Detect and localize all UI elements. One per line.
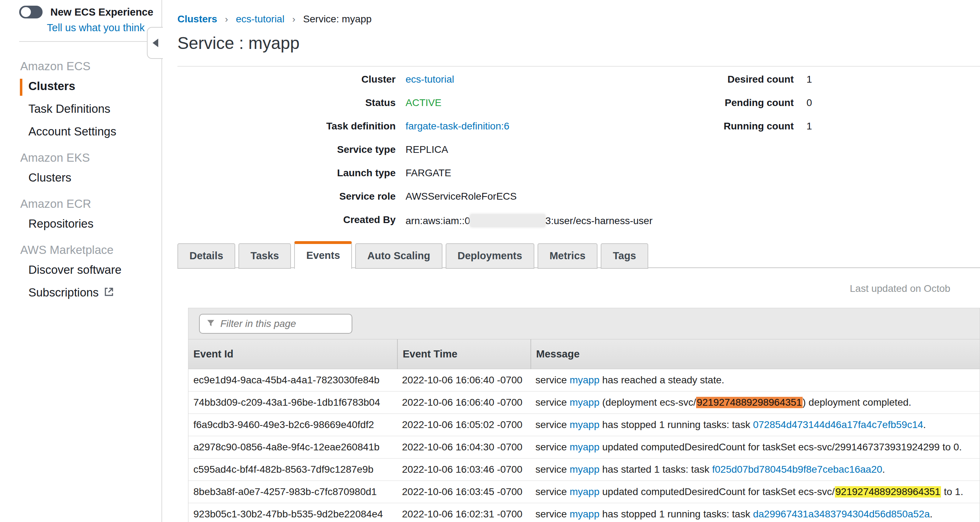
nav-section-aws-marketplace: AWS Marketplace <box>20 243 161 257</box>
message-text: service <box>535 397 570 408</box>
tab-auto-scaling[interactable]: Auto Scaling <box>355 243 442 269</box>
field-label-created-by: Created By <box>162 214 396 225</box>
breadcrumb-clusters[interactable]: Clusters <box>177 13 217 25</box>
message-link[interactable]: myapp <box>570 441 599 452</box>
highlighted-deployment-id: 9219274889298964351 <box>835 486 941 498</box>
table-row[interactable]: c595ad4c-bf4f-482b-8563-7df9c1287e9b 202… <box>188 459 980 481</box>
sidebar-item-label: Repositories <box>29 217 93 230</box>
sidebar-item-subscriptions[interactable]: Subscriptions <box>0 283 161 302</box>
filter-bar: Filter in this page <box>188 308 980 339</box>
breadcrumb-current: Service: myapp <box>303 13 371 25</box>
tab-tags[interactable]: Tags <box>601 243 648 269</box>
pending-count-value: 0 <box>807 97 812 108</box>
table-row[interactable]: 923b05c1-30b2-47bb-b535-9d2be22084e4 202… <box>188 503 980 522</box>
breadcrumb-cluster-name[interactable]: ecs-tutorial <box>236 13 285 25</box>
column-header-event-time[interactable]: Event Time <box>397 339 530 369</box>
service-details: Clusterecs-tutorial StatusACTIVE Task de… <box>162 74 652 238</box>
field-label-service-role: Service role <box>162 191 396 202</box>
last-updated-text: Last updated on Octob <box>850 283 950 294</box>
tab-deployments[interactable]: Deployments <box>445 243 535 269</box>
tab-events[interactable]: Events <box>294 241 352 269</box>
message-link[interactable]: f025d07bd780454b9f8e7cebac16aa20 <box>712 464 883 475</box>
sidebar-item-label: Task Definitions <box>29 102 110 115</box>
sidebar-item-repositories[interactable]: Repositories <box>0 214 161 233</box>
message-link[interactable]: myapp <box>570 486 599 497</box>
status-badge: ACTIVE <box>406 97 441 108</box>
toggle-knob <box>21 7 31 17</box>
events-panel: Filter in this page Event Id Event Time … <box>188 308 980 522</box>
table-row[interactable]: 74bb3d09-c209-43a1-96be-1db1f6783b04 202… <box>188 392 980 414</box>
sidebar-item-label: Discover software <box>29 263 121 276</box>
breadcrumb-separator: › <box>225 14 228 25</box>
sidebar-item-clusters-eks[interactable]: Clusters <box>0 168 161 187</box>
feedback-link[interactable]: Tell us what you think <box>47 22 145 34</box>
table-row[interactable]: ec9e1d94-9aca-45b4-a4a1-7823030fe84b 202… <box>188 369 980 392</box>
event-message-cell: service myapp has stopped 1 running task… <box>530 509 980 520</box>
event-id-cell: f6a9cdb3-9460-49e3-b2c6-98669e40fdf2 <box>188 419 397 430</box>
filter-placeholder: Filter in this page <box>220 318 296 330</box>
sidebar-collapse-button[interactable] <box>147 27 163 59</box>
message-link[interactable]: myapp <box>570 397 599 408</box>
sidebar: New ECS Experience Tell us what you thin… <box>0 0 162 522</box>
column-header-message[interactable]: Message <box>530 339 980 369</box>
message-link[interactable]: myapp <box>570 374 599 386</box>
field-label-service-type: Service type <box>162 144 396 155</box>
collapse-left-icon <box>153 39 158 47</box>
message-text: service <box>535 374 570 386</box>
event-time-cell: 2022-10-06 16:06:40 -0700 <box>397 374 530 386</box>
message-text: has stopped 1 running tasks: task <box>600 509 753 519</box>
tab-metrics[interactable]: Metrics <box>538 243 598 269</box>
field-label-cluster: Cluster <box>162 74 396 85</box>
table-row[interactable]: f6a9cdb3-9460-49e3-b2c6-98669e40fdf2 202… <box>188 414 980 436</box>
event-id-cell: ec9e1d94-9aca-45b4-a4a1-7823030fe84b <box>188 374 397 386</box>
field-value-cluster[interactable]: ecs-tutorial <box>406 74 454 85</box>
filter-input[interactable]: Filter in this page <box>199 314 352 334</box>
message-link[interactable]: 072854d473144d46a17fa4c7efb59c14 <box>753 419 923 430</box>
message-text: service <box>535 441 570 452</box>
event-message-cell: service myapp has stopped 1 running task… <box>530 419 980 430</box>
event-id-cell: 923b05c1-30b2-47bb-b535-9d2be22084e4 <box>188 509 397 520</box>
message-text: service <box>535 486 570 497</box>
task-counts: Desired count1 Pending count0 Running co… <box>691 74 812 144</box>
redacted-account-id <box>470 214 545 227</box>
tab-bar: Details Tasks Events Auto Scaling Deploy… <box>177 241 980 269</box>
created-by-prefix: arn:aws:iam::0 <box>406 215 470 226</box>
event-time-cell: 2022-10-06 16:04:30 -0700 <box>397 441 530 453</box>
message-text: service <box>535 419 570 430</box>
sidebar-item-label: Subscriptions <box>29 286 99 299</box>
message-text: has started 1 tasks: task <box>600 464 712 475</box>
table-row[interactable]: 8beb3a8f-a0e7-4257-983b-c7fc870980d1 202… <box>188 481 980 503</box>
sidebar-item-discover-software[interactable]: Discover software <box>0 260 161 279</box>
tab-details[interactable]: Details <box>177 243 235 269</box>
highlighted-deployment-id: 9219274889298964351 <box>696 397 803 408</box>
field-value-task-definition[interactable]: fargate-task-definition:6 <box>406 121 509 132</box>
sidebar-item-account-settings[interactable]: Account Settings <box>0 122 161 141</box>
column-header-event-id[interactable]: Event Id <box>188 348 397 360</box>
message-text: updated computedDesiredCount for taskSet… <box>600 486 835 497</box>
message-text: has stopped 1 running tasks: task <box>600 419 753 430</box>
message-link[interactable]: myapp <box>570 464 599 475</box>
event-time-cell: 2022-10-06 16:02:31 -0700 <box>397 509 530 520</box>
sidebar-item-label: Account Settings <box>29 125 116 138</box>
sidebar-item-task-definitions[interactable]: Task Definitions <box>0 99 161 119</box>
main-content: Clusters › ecs-tutorial › Service: myapp… <box>162 0 980 522</box>
tab-tasks[interactable]: Tasks <box>239 243 291 269</box>
external-link-icon <box>103 287 114 300</box>
events-table-body: ec9e1d94-9aca-45b4-a4a1-7823030fe84b 202… <box>188 369 980 522</box>
new-ecs-experience-toggle[interactable] <box>19 6 43 19</box>
nav-section-amazon-ecr: Amazon ECR <box>20 197 161 211</box>
table-row[interactable]: a2978c90-0856-4a8e-9f4c-12eae260841b 202… <box>188 436 980 459</box>
event-message-cell: service myapp updated computedDesiredCou… <box>530 486 980 498</box>
sidebar-item-label: Clusters <box>29 79 75 92</box>
message-text: . <box>883 464 885 475</box>
field-value-launch-type: FARGATE <box>406 167 451 179</box>
sidebar-item-clusters-ecs[interactable]: Clusters <box>0 76 161 96</box>
message-link[interactable]: myapp <box>570 419 599 430</box>
event-time-cell: 2022-10-06 16:03:45 -0700 <box>397 486 530 498</box>
event-id-cell: a2978c90-0856-4a8e-9f4c-12eae260841b <box>188 441 397 453</box>
message-link[interactable]: da29967431a3483794304d56d850a52a <box>753 509 930 519</box>
nav-section-amazon-ecs: Amazon ECS <box>20 60 161 73</box>
page-title: Service : myapp <box>177 33 299 53</box>
active-indicator-bar <box>20 79 22 96</box>
message-link[interactable]: myapp <box>570 509 599 519</box>
